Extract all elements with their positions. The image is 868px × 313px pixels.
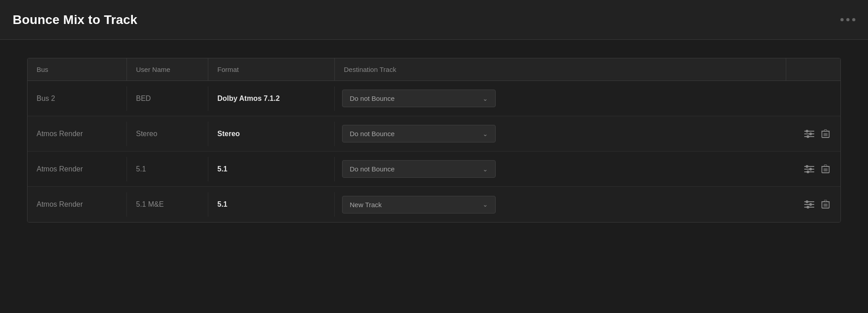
actions-cell <box>786 156 840 182</box>
svg-point-19 <box>807 171 809 173</box>
chevron-down-icon: ⌄ <box>483 130 488 138</box>
destination-cell: Do not Bounce ⌄ <box>335 83 786 114</box>
dropdown-value: Do not Bounce <box>350 95 394 102</box>
svg-point-33 <box>807 206 809 209</box>
chevron-down-icon: ⌄ <box>483 166 488 173</box>
destination-dropdown[interactable]: Do not Bounce ⌄ <box>342 125 496 142</box>
chevron-down-icon: ⌄ <box>483 201 488 208</box>
title-bar: Bounce Mix to Track <box>0 0 868 40</box>
dropdown-value: Do not Bounce <box>350 165 394 173</box>
svg-point-5 <box>807 135 809 138</box>
svg-point-15 <box>806 165 808 168</box>
format-cell: 5.1 <box>208 157 335 181</box>
header-destination-track: Destination Track <box>335 58 786 81</box>
user-name-cell: 5.1 <box>127 157 208 181</box>
svg-point-31 <box>809 203 812 206</box>
svg-point-29 <box>806 200 808 203</box>
header-bus: Bus <box>28 58 127 81</box>
bounce-table: Bus User Name Format Destination Track B… <box>27 58 841 223</box>
dropdown-value: New Track <box>350 201 382 209</box>
header-format: Format <box>208 58 335 81</box>
settings-icon[interactable] <box>804 165 814 173</box>
destination-dropdown[interactable]: Do not Bounce ⌄ <box>342 90 496 107</box>
destination-dropdown[interactable]: New Track ⌄ <box>342 196 496 213</box>
bus-cell: Atmos Render <box>28 192 127 217</box>
dot-1 <box>840 18 844 21</box>
bus-cell: Atmos Render <box>28 122 127 146</box>
dot-3 <box>852 18 855 21</box>
user-name-cell: BED <box>127 86 208 111</box>
actions-cell <box>786 121 840 147</box>
main-content: Bus User Name Format Destination Track B… <box>0 40 868 313</box>
settings-icon[interactable] <box>804 200 814 209</box>
dropdown-value: Do not Bounce <box>350 130 394 138</box>
header-user-name: User Name <box>127 58 208 81</box>
user-name-cell: 5.1 M&E <box>127 192 208 217</box>
svg-point-17 <box>809 168 812 171</box>
page-title: Bounce Mix to Track <box>13 13 137 27</box>
settings-icon[interactable] <box>804 130 814 138</box>
table-row: Bus 2 BED Dolby Atmos 7.1.2 Do not Bounc… <box>28 81 840 116</box>
svg-point-3 <box>809 133 812 135</box>
table-row: Atmos Render 5.1 M&E 5.1 New Track ⌄ <box>28 187 840 222</box>
actions-cell <box>786 192 840 217</box>
table-row: Atmos Render Stereo Stereo Do not Bounce… <box>28 116 840 152</box>
dot-2 <box>846 18 849 21</box>
svg-point-1 <box>806 130 808 133</box>
destination-cell: New Track ⌄ <box>335 190 786 220</box>
delete-icon[interactable] <box>821 200 830 209</box>
destination-dropdown[interactable]: Do not Bounce ⌄ <box>342 160 496 178</box>
user-name-cell: Stereo <box>127 122 208 146</box>
bus-cell: Atmos Render <box>28 157 127 181</box>
destination-cell: Do not Bounce ⌄ <box>335 154 786 184</box>
format-cell: 5.1 <box>208 192 335 217</box>
table-header: Bus User Name Format Destination Track <box>28 58 840 81</box>
table-row: Atmos Render 5.1 5.1 Do not Bounce ⌄ <box>28 152 840 187</box>
actions-cell <box>786 90 840 107</box>
header-actions <box>786 58 840 81</box>
delete-icon[interactable] <box>821 129 830 138</box>
format-cell: Stereo <box>208 122 335 146</box>
format-cell: Dolby Atmos 7.1.2 <box>208 86 335 111</box>
more-options-button[interactable] <box>840 18 855 21</box>
bus-cell: Bus 2 <box>28 86 127 111</box>
delete-icon[interactable] <box>821 165 830 174</box>
destination-cell: Do not Bounce ⌄ <box>335 119 786 149</box>
chevron-down-icon: ⌄ <box>483 95 488 102</box>
